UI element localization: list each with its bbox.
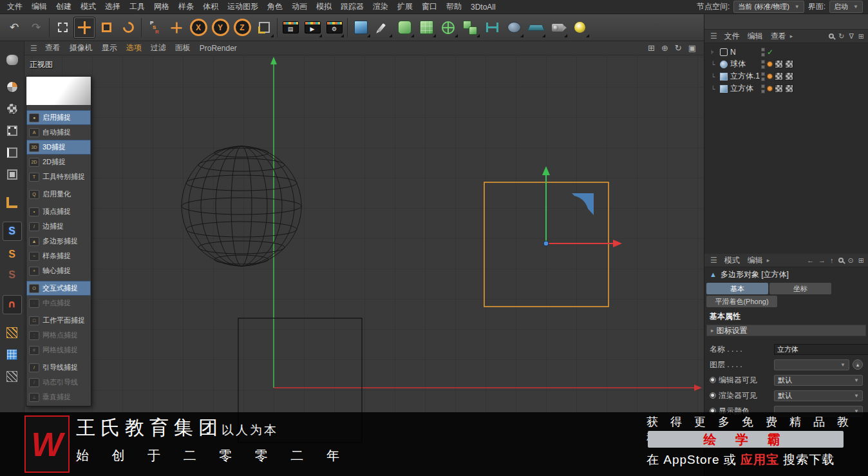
icon-settings-group[interactable]: ▸ 图标设置	[706, 325, 866, 336]
visibility-dots[interactable]	[761, 60, 765, 69]
layer-dot[interactable]	[767, 61, 773, 67]
add-panel-icon[interactable]: ⊞	[858, 256, 864, 265]
menu-3dtoall[interactable]: 3DtoAll	[466, 3, 500, 12]
render-picture-viewer-button[interactable]: ▶	[301, 17, 323, 39]
hamburger-icon[interactable]: ☰	[707, 32, 721, 41]
visibility-dots[interactable]	[761, 48, 765, 57]
object-name[interactable]: 立方体.1	[730, 71, 760, 82]
menu-render[interactable]: 渲染	[368, 1, 393, 12]
snap-item-3d[interactable]: 3D3D捕捉	[26, 140, 91, 155]
tab-phong[interactable]: 平滑着色(Phong)	[706, 296, 777, 307]
tab-basic[interactable]: 基本	[706, 283, 768, 294]
search-icon[interactable]	[829, 33, 834, 39]
object-name[interactable]: 球体	[730, 59, 746, 70]
enable-snap-button[interactable]: ∪	[3, 295, 22, 314]
name-field[interactable]	[774, 344, 868, 355]
vp-menu-filter[interactable]: 过滤	[146, 43, 171, 53]
texture-tag-icon[interactable]	[775, 72, 783, 81]
up-icon[interactable]: ↑	[830, 256, 834, 264]
snap-item-quantize[interactable]: Q启用量化	[26, 187, 91, 202]
coordinate-system-button[interactable]	[253, 17, 275, 39]
render-settings-button[interactable]: ⚙	[323, 17, 345, 39]
hamburger-icon[interactable]: ☰	[707, 256, 721, 265]
s-tool-blue-button[interactable]: S	[3, 222, 22, 241]
s-tool-orange-button[interactable]: S	[3, 245, 22, 264]
layer-dot[interactable]	[767, 86, 773, 91]
snap-item-spline[interactable]: ~样条捕捉	[26, 249, 91, 263]
object-row-sphere[interactable]: └ 球体	[704, 58, 868, 70]
pan-view-icon[interactable]: ⊞	[648, 43, 655, 53]
rotate-view-icon[interactable]: ↻	[675, 43, 682, 53]
layer-browser-button[interactable]: ▴	[853, 359, 863, 370]
snap-item-interactive[interactable]: O交互式捕捉	[26, 281, 91, 296]
menu-help[interactable]: 帮助	[442, 1, 466, 12]
menu-character[interactable]: 角色	[263, 1, 287, 12]
radio-icon[interactable]	[710, 377, 716, 383]
snap-item-auto[interactable]: A自动捕捉	[26, 125, 91, 140]
edges-mode-button[interactable]	[3, 143, 22, 162]
menu-tools[interactable]: 工具	[125, 1, 149, 12]
scale-tool-button[interactable]	[95, 17, 117, 39]
menu-window[interactable]: 窗口	[417, 1, 442, 12]
vp-menu-view[interactable]: 查看	[41, 43, 65, 53]
bracket-tool-button[interactable]	[481, 17, 503, 39]
visibility-dots[interactable]	[761, 84, 765, 93]
spline-pen-button[interactable]	[372, 17, 393, 39]
texture-tag-icon[interactable]	[785, 60, 793, 68]
am-menu-mode[interactable]: 模式	[721, 255, 744, 266]
snap-item-enable[interactable]: ●启用捕捉	[26, 110, 91, 125]
selection-tool-button[interactable]	[52, 17, 73, 39]
menu-tracker[interactable]: 跟踪器	[336, 1, 368, 12]
texture-tag-icon[interactable]	[785, 72, 793, 81]
quantize-button[interactable]	[3, 323, 22, 342]
generator-cube-button[interactable]	[415, 17, 437, 39]
enabled-check-icon[interactable]: ✓	[767, 48, 773, 57]
texture-tag-icon[interactable]	[775, 84, 783, 93]
menu-file[interactable]: 文件	[3, 1, 27, 12]
hatch-tool-button[interactable]	[3, 367, 22, 386]
menu-mesh[interactable]: 网格	[149, 1, 174, 12]
psr-keys-button[interactable]: PSR	[144, 17, 165, 39]
layer-dropdown[interactable]: ▼	[774, 359, 849, 370]
om-menu-view[interactable]: 查看	[767, 31, 790, 42]
workplane-mode-button[interactable]	[3, 193, 22, 212]
back-icon[interactable]: ←	[807, 256, 814, 264]
lock-icon[interactable]: ⊙	[848, 256, 854, 265]
search-icon[interactable]	[838, 258, 844, 263]
texture-tag-icon[interactable]	[785, 84, 793, 93]
object-row-cube[interactable]: └ 立方体	[704, 82, 868, 95]
vp-menu-prorender[interactable]: ProRender	[195, 44, 241, 53]
menu-spline[interactable]: 样条	[174, 1, 198, 12]
editor-visibility-dropdown[interactable]: 默认▼	[774, 375, 863, 386]
node-space-dropdown[interactable]: 当前 (标准/物理)▼	[733, 1, 804, 13]
maximize-view-icon[interactable]: ▣	[688, 43, 696, 53]
texture-tag-icon[interactable]	[775, 60, 783, 68]
add-panel-icon[interactable]: ⊞	[858, 32, 864, 41]
primitive-cube-button[interactable]	[350, 17, 372, 39]
vp-menu-panel[interactable]: 面板	[171, 43, 195, 53]
forward-icon[interactable]: →	[818, 256, 826, 264]
object-row-cube1[interactable]: └ 立方体.1	[704, 70, 868, 82]
render-view-button[interactable]: ▤	[279, 17, 301, 39]
axis-modify-button[interactable]	[165, 17, 187, 39]
snap-item-workplane[interactable]: □工作平面捕捉	[26, 313, 91, 328]
mograph-cloner-button[interactable]	[437, 17, 459, 39]
am-menu-edit[interactable]: 编辑	[744, 255, 767, 266]
points-mode-button[interactable]	[3, 121, 22, 140]
texture-mode-button[interactable]	[3, 99, 22, 119]
vp-menu-display[interactable]: 显示	[97, 43, 122, 53]
layer-dot[interactable]	[767, 73, 773, 79]
snap-item-guide[interactable]: /引导线捕捉	[26, 360, 91, 375]
snap-item-axis[interactable]: +轴心捕捉	[26, 263, 91, 278]
snap-item-2d[interactable]: 2D2D捕捉	[26, 155, 91, 169]
menu-volume[interactable]: 体积	[198, 1, 223, 12]
menu-edit[interactable]: 编辑	[27, 1, 52, 12]
redo-button[interactable]: ↷	[25, 17, 47, 39]
x-axis-lock-button[interactable]: X	[187, 17, 209, 39]
om-menu-file[interactable]: 文件	[721, 31, 744, 42]
move-tool-button[interactable]	[73, 17, 95, 39]
hamburger-icon[interactable]: ☰	[27, 44, 41, 53]
subdivision-surface-button[interactable]	[393, 17, 415, 39]
snap-item-gridline[interactable]: #网格线捕捉	[26, 343, 91, 357]
menu-mode[interactable]: 模式	[76, 1, 100, 12]
